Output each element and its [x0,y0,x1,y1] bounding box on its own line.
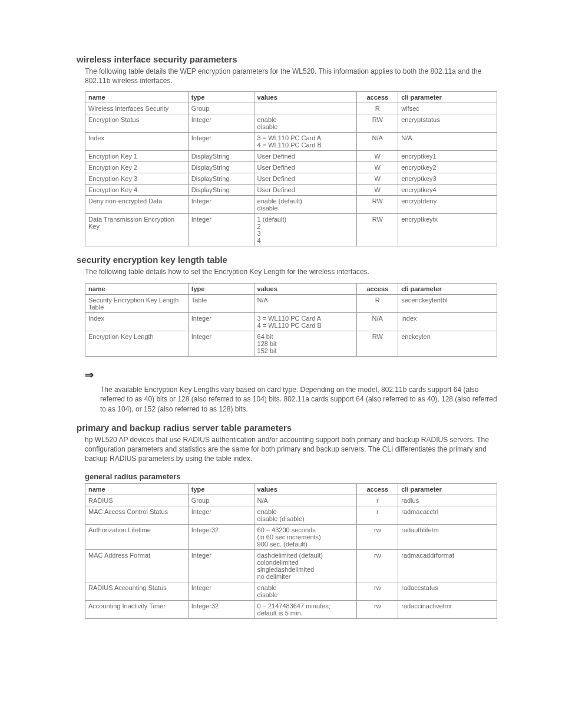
col-values: values [254,483,357,495]
cell-name: RADIUS Accounting Status [85,582,189,600]
cell-access: r [357,495,398,506]
col-name: name [85,283,189,294]
subheading-general-radius: general radius parameters [85,472,497,481]
cell-type: DisplayString [188,173,254,185]
cell-values: User Defined [254,162,357,173]
cell-cli: encryptkey2 [398,162,497,173]
cell-access: RW [357,114,398,133]
cell-cli: encryptkey4 [398,185,497,196]
table-wireless-security: name type values access cli parameter Wi… [85,91,497,246]
col-cli: cli parameter [398,483,497,495]
cell-values: 64 bit128 bit152 bit [254,331,357,356]
cell-name: Encryption Status [85,114,189,133]
cell-name: MAC Address Format [85,549,189,582]
cell-cli: radius [398,495,497,506]
cell-cli: radauthlifetm [398,524,497,549]
table-body: RADIUSGroupN/ArradiusMAC Access Control … [85,495,497,618]
cell-cli: wifsec [398,103,497,114]
cell-type: DisplayString [188,151,254,162]
cell-access: RW [357,214,398,246]
cell-type: Group [188,495,254,506]
cell-name: Accounting Inactivity Timer [85,600,189,618]
cell-type: Integer [188,196,254,214]
cell-cli: radaccstatus [398,582,497,600]
cell-type: Integer [188,549,254,582]
section-heading-key-length: security encryption key length table [77,255,497,265]
cell-cli: encryptkeytx [398,214,497,246]
cell-values: enabledisable (disable) [254,506,357,524]
cell-values [254,103,357,114]
table-row: Data Transmission Encryption KeyInteger1… [85,214,497,246]
cell-name: RADIUS [85,495,189,506]
cell-values: enable (default)disable [254,196,357,214]
cell-cli: N/A [398,133,497,151]
table-row: Wireless Interfaces SecurityGroupRwifsec [85,103,497,114]
cell-access: rw [357,524,398,549]
table-row: Encryption Key 2DisplayStringUser Define… [85,162,497,173]
cell-cli: encryptkey3 [398,173,497,185]
col-cli: cli parameter [398,92,497,103]
cell-type: Table [188,294,254,312]
col-access: access [357,283,398,294]
cell-values: 3 = WL110 PC Card A4 = WL110 PC Card B [254,312,357,331]
col-values: values [254,92,357,103]
note-key-length: The available Encryption Key Lengths var… [100,385,497,414]
cell-type: Integer32 [188,524,254,549]
section-heading-wireless-security: wireless interface security parameters [77,54,497,64]
table-row: RADIUSGroupN/Arradius [85,495,497,506]
cell-name: MAC Access Control Status [85,506,189,524]
cell-cli: secenckeylentbl [398,294,497,312]
col-name: name [85,92,189,103]
cell-cli: encryptdeny [398,196,497,214]
cell-access: RW [357,196,398,214]
cell-type: Integer [188,114,254,133]
table-header-row: name type values access cli parameter [85,283,497,294]
section-heading-radius: primary and backup radius server table p… [77,423,497,433]
cell-type: Group [188,103,254,114]
cell-cli: radaccinactivetmr [398,600,497,618]
cell-values: User Defined [254,185,357,196]
table-radius: name type values access cli parameter RA… [85,483,497,619]
cell-name: Wireless Interfaces Security [85,103,189,114]
cell-values: 3 = WL110 PC Card A4 = WL110 PC Card B [254,133,357,151]
cell-cli: radmacacctrl [398,506,497,524]
cell-type: Integer32 [188,600,254,618]
cell-values: 1 (default)234 [254,214,357,246]
cell-access: R [357,103,398,114]
cell-name: Data Transmission Encryption Key [85,214,189,246]
section-intro-wireless-security: The following table details the WEP encr… [85,67,497,85]
cell-type: Integer [188,214,254,246]
cell-access: R [357,294,398,312]
table-body: Wireless Interfaces SecurityGroupRwifsec… [85,103,497,246]
cell-name: Encryption Key 4 [85,185,189,196]
cell-access: rw [357,600,398,618]
cell-cli: encryptkey1 [398,151,497,162]
table-row: Encryption StatusIntegerenabledisableRWe… [85,114,497,133]
section-intro-key-length: The following table details how to set t… [85,267,497,276]
cell-name: Index [85,133,189,151]
col-name: name [85,483,189,495]
cell-values: User Defined [254,173,357,185]
cell-cli: index [398,312,497,331]
cell-values: User Defined [254,151,357,162]
col-type: type [188,283,254,294]
cell-name: Encryption Key 1 [85,151,189,162]
table-row: MAC Access Control StatusIntegerenabledi… [85,506,497,524]
col-values: values [254,283,357,294]
cell-access: rw [357,549,398,582]
cell-values: enabledisable [254,582,357,600]
cell-access: N/A [357,312,398,331]
table-row: Authorization LifetimeInteger3260 – 4320… [85,524,497,549]
cell-type: Integer [188,312,254,331]
table-row: Encryption Key 1DisplayStringUser Define… [85,151,497,162]
note-arrow-icon: ⇒ [85,368,92,381]
table-body: Security Encryption Key Length TableTabl… [85,294,497,356]
cell-type: DisplayString [188,185,254,196]
cell-access: N/A [357,133,398,151]
table-row: IndexInteger3 = WL110 PC Card A4 = WL110… [85,312,497,331]
cell-name: Deny non-encrypted Data [85,196,189,214]
cell-values: dashdelimited (default)colondelimitedsin… [254,549,357,582]
table-row: Security Encryption Key Length TableTabl… [85,294,497,312]
table-row: Encryption Key 4DisplayStringUser Define… [85,185,497,196]
table-key-length: name type values access cli parameter Se… [85,283,497,357]
